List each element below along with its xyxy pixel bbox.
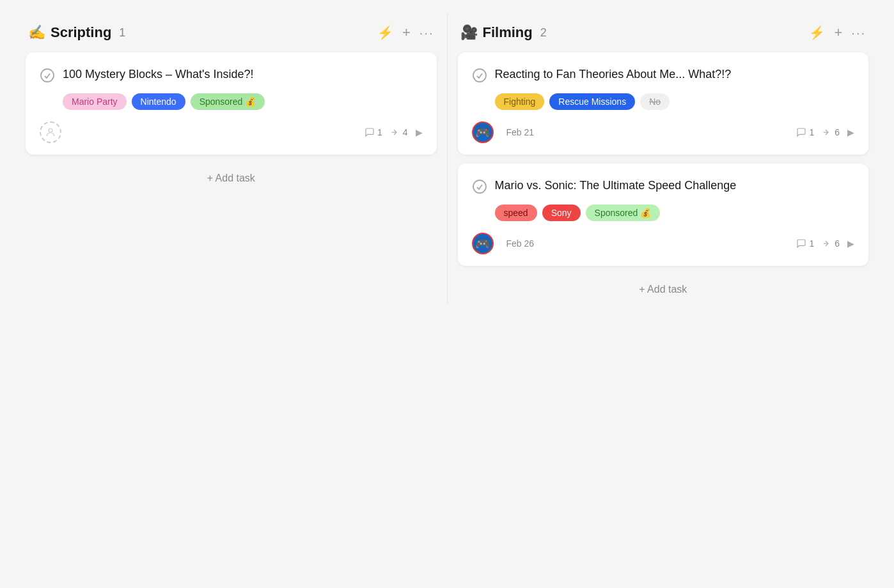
avatar-mario-2: 🎮 (472, 233, 494, 254)
filming-add-task[interactable]: + Add task (458, 275, 869, 304)
avatar-placeholder (40, 121, 61, 143)
check-icon-3 (472, 179, 487, 194)
card2-date: Feb 21 (506, 127, 535, 137)
filming-lightning-icon[interactable]: ⚡ (809, 25, 825, 40)
scripting-more-icon[interactable]: ··· (420, 26, 434, 40)
card2-title-row: Reacting to Fan Theories About Me... Wha… (472, 66, 855, 83)
card3-tags: speed Sony Sponsored 💰 (495, 205, 855, 221)
scripting-emoji: ✍️ (28, 24, 45, 41)
card3-comments: 1 (796, 238, 814, 249)
tag-rescue-missions[interactable]: Rescue Missions (549, 93, 635, 110)
card3-play-icon[interactable]: ▶ (847, 238, 854, 249)
filming-add-icon[interactable]: + (834, 24, 842, 41)
filming-count: 2 (540, 26, 547, 40)
check-icon (40, 68, 55, 83)
card1-subtasks: 4 (390, 127, 408, 137)
card1-meta: 1 4 ▶ (365, 127, 423, 137)
svg-point-1 (49, 128, 52, 132)
avatar-mario-1: 🎮 (472, 121, 494, 143)
tag-no[interactable]: No (640, 93, 670, 110)
card3-title-row: Mario vs. Sonic: The Ultimate Speed Chal… (472, 178, 855, 194)
column-scripting: ✍️ Scripting 1 ⚡ + ··· 100 Mystery Block… (15, 13, 447, 304)
scripting-add-task-label: + Add task (207, 173, 255, 184)
filming-add-task-label: + Add task (639, 284, 687, 295)
card1-footer: 1 4 ▶ (40, 121, 423, 143)
card3-subtasks: 6 (822, 238, 840, 249)
card3-date: Feb 26 (506, 238, 535, 249)
svg-point-0 (41, 69, 54, 82)
tag-sony[interactable]: Sony (542, 205, 581, 221)
tag-mario-party[interactable]: Mario Party (63, 93, 127, 110)
svg-point-5 (473, 180, 486, 193)
tag-nintendo[interactable]: Nintendo (132, 93, 185, 110)
card2-title: Reacting to Fan Theories About Me... Wha… (495, 66, 732, 82)
card-mario-sonic: Mario vs. Sonic: The Ultimate Speed Chal… (458, 164, 869, 266)
svg-point-3 (473, 69, 486, 82)
card2-tags: Fighting Rescue Missions No (495, 93, 855, 110)
card-title-row: 100 Mystery Blocks – What's Inside?! (40, 66, 423, 83)
filming-header-actions: ⚡ + ··· (809, 24, 866, 41)
column-header-scripting: ✍️ Scripting 1 ⚡ + ··· (26, 13, 437, 52)
scripting-label: Scripting (51, 24, 111, 41)
tag-speed[interactable]: speed (495, 205, 537, 221)
card2-footer: 🎮 Feb 21 1 6 ▶ (472, 121, 855, 143)
column-title-scripting: ✍️ Scripting 1 (28, 24, 125, 41)
card-mystery-blocks: 100 Mystery Blocks – What's Inside?! Mar… (26, 52, 437, 155)
card1-title: 100 Mystery Blocks – What's Inside?! (63, 66, 254, 82)
tag-sponsored-1[interactable]: Sponsored 💰 (191, 93, 265, 110)
column-header-filming: 🎥 Filming 2 ⚡ + ··· (458, 13, 869, 52)
filming-label: Filming (483, 24, 533, 41)
scripting-lightning-icon[interactable]: ⚡ (377, 25, 393, 40)
scripting-header-actions: ⚡ + ··· (377, 24, 434, 41)
scripting-add-icon[interactable]: + (402, 24, 411, 41)
card3-footer: 🎮 Feb 26 1 6 ▶ (472, 233, 855, 254)
column-filming: 🎥 Filming 2 ⚡ + ··· Reacting to Fan Theo… (448, 13, 879, 304)
scripting-count: 1 (119, 26, 125, 40)
card1-comments: 1 (365, 127, 382, 137)
column-title-filming: 🎥 Filming 2 (460, 24, 547, 41)
filming-more-icon[interactable]: ··· (851, 26, 866, 40)
card2-subtasks: 6 (822, 127, 840, 137)
scripting-add-task[interactable]: + Add task (26, 164, 437, 193)
card1-play-icon[interactable]: ▶ (416, 127, 423, 137)
tag-fighting[interactable]: Fighting (495, 93, 545, 110)
tag-sponsored-2[interactable]: Sponsored 💰 (586, 205, 661, 221)
card3-title: Mario vs. Sonic: The Ultimate Speed Chal… (495, 178, 737, 193)
filming-emoji: 🎥 (460, 24, 478, 41)
check-icon-2 (472, 68, 487, 83)
card-fan-theories: Reacting to Fan Theories About Me... Wha… (458, 52, 869, 155)
card2-play-icon[interactable]: ▶ (847, 127, 854, 137)
board: ✍️ Scripting 1 ⚡ + ··· 100 Mystery Block… (0, 0, 894, 317)
card2-meta: 1 6 ▶ (796, 127, 854, 137)
card3-meta: 1 6 ▶ (796, 238, 854, 249)
card1-tags: Mario Party Nintendo Sponsored 💰 (63, 93, 423, 110)
card2-comments: 1 (796, 127, 814, 137)
